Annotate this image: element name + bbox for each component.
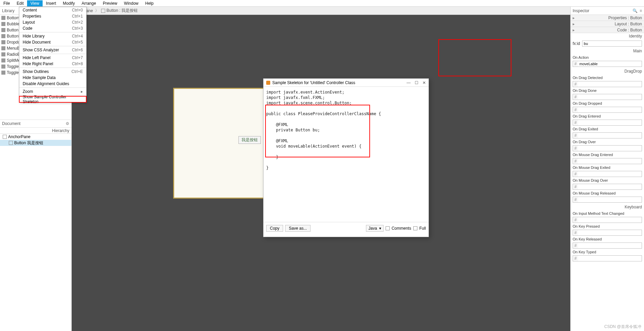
menu-item-hide-sample-data[interactable]: Hide Sample Data — [19, 75, 86, 81]
language-select[interactable]: Java▾ — [366, 225, 383, 232]
control-icon — [1, 71, 5, 75]
control-icon — [1, 65, 5, 69]
event-input[interactable] — [578, 145, 642, 151]
copy-button[interactable]: Copy — [266, 225, 283, 232]
hash-icon: # — [573, 255, 578, 261]
view-menu-dropdown[interactable]: ContentCtrl+0PropertiesCtrl+1LayoutCtrl+… — [19, 7, 87, 103]
dialog-title: Sample Skeleton for 'Untitled' Controlle… — [272, 80, 355, 85]
skeleton-code[interactable]: import javafx.event.ActionEvent; import … — [263, 87, 429, 222]
menu-view[interactable]: View — [27, 0, 43, 6]
menu-help[interactable]: Help — [142, 0, 157, 6]
event-input[interactable] — [578, 171, 642, 177]
document-gear-icon[interactable]: ⚙ — [66, 121, 69, 126]
save-as-button[interactable]: Save as... — [285, 225, 310, 232]
menu-item-content[interactable]: ContentCtrl+0 — [19, 7, 86, 13]
minimize-icon[interactable]: — — [407, 80, 411, 85]
control-icon — [1, 16, 5, 20]
fxid-input[interactable] — [582, 41, 642, 47]
chevron-right-icon: ▸ — [573, 16, 575, 20]
menu-item-show-outlines[interactable]: Show OutlinesCtrl+E — [19, 69, 86, 75]
hash-icon: # — [573, 81, 578, 87]
on-action-input[interactable] — [578, 61, 642, 67]
inspector-menu-icon[interactable]: ≡ — [640, 8, 642, 13]
control-icon — [1, 40, 5, 44]
inspector-search-icon[interactable]: 🔍 — [632, 8, 638, 13]
menu-edit[interactable]: Edit — [13, 0, 27, 6]
menu-item-show-sample-controller-skeleton[interactable]: Show Sample Controller Skeleton — [19, 96, 86, 102]
dialog-titlebar[interactable]: Sample Skeleton for 'Untitled' Controlle… — [263, 79, 429, 87]
close-icon[interactable]: ✕ — [422, 80, 426, 85]
menu-preview[interactable]: Preview — [99, 0, 121, 6]
event-label: On Drag Detected — [573, 76, 642, 80]
tree-item[interactable]: AnchorPane — [0, 134, 71, 140]
menu-item-code[interactable]: CodeCtrl+3 — [19, 25, 86, 31]
comments-checkbox[interactable] — [386, 226, 390, 230]
fxid-label: fx:id — [573, 41, 580, 46]
menu-modify[interactable]: Modify — [60, 0, 78, 6]
menu-item-layout[interactable]: LayoutCtrl+2 — [19, 19, 86, 25]
breadcrumb-child[interactable]: Button : 我是按钮 — [101, 8, 138, 14]
inspector-section[interactable]: ▸Properties : Button — [571, 15, 644, 21]
hash-icon: # — [573, 107, 578, 113]
document-header: Document ⚙ — [0, 120, 71, 128]
event-input[interactable] — [578, 230, 642, 236]
event-label: On Input Method Text Changed — [573, 211, 642, 215]
node-icon — [9, 141, 13, 145]
hash-icon: # — [573, 217, 578, 223]
menu-arrange[interactable]: Arrange — [78, 0, 99, 6]
menu-file[interactable]: File — [0, 0, 13, 6]
menu-insert[interactable]: Insert — [43, 0, 60, 6]
on-action-label: On Action — [573, 55, 642, 59]
chevron-down-icon: ▾ — [379, 226, 381, 231]
menu-window[interactable]: Window — [121, 0, 142, 6]
event-input[interactable] — [578, 184, 642, 190]
document-title: Document — [2, 121, 21, 126]
hash-icon: # — [573, 230, 578, 236]
menu-item-disable-alignment-guides[interactable]: Disable Alignment Guides — [19, 81, 86, 87]
menu-item-hide-library[interactable]: Hide LibraryCtrl+4 — [19, 33, 86, 39]
keyboard-category: Keyboard — [571, 204, 644, 210]
menu-item-hide-document[interactable]: Hide DocumentCtrl+5 — [19, 39, 86, 45]
event-input[interactable] — [578, 120, 642, 126]
menu-item-hide-right-panel[interactable]: Hide Right PanelCtrl+8 — [19, 61, 86, 67]
inspector-section[interactable]: ▸Code : Button — [571, 27, 644, 33]
full-checkbox[interactable] — [413, 226, 417, 230]
control-icon — [1, 52, 5, 56]
event-input[interactable] — [578, 94, 642, 100]
maximize-icon[interactable]: ☐ — [415, 80, 418, 85]
inspector-section[interactable]: ▸Layout : Button — [571, 21, 644, 27]
preview-button[interactable]: 我是按钮 — [238, 136, 261, 144]
event-input[interactable] — [578, 158, 642, 164]
menu-item-zoom[interactable]: Zoom▸ — [19, 88, 86, 95]
event-label: On Drag Exited — [573, 127, 642, 131]
event-input[interactable] — [578, 255, 642, 261]
event-input[interactable] — [578, 81, 642, 87]
event-label: On Mouse Drag Entered — [573, 153, 642, 157]
comments-label: Comments — [392, 226, 411, 231]
main-category: Main — [571, 48, 644, 54]
event-label: On Key Typed — [573, 250, 642, 254]
menu-item-show-css-analyzer[interactable]: Show CSS AnalyzerCtrl+6 — [19, 47, 86, 53]
event-input[interactable] — [578, 243, 642, 249]
on-action-input-wrap: # — [573, 61, 642, 67]
event-label: On Key Pressed — [573, 224, 642, 228]
menu-item-hide-left-panel[interactable]: Hide Left PanelCtrl+7 — [19, 55, 86, 61]
menubar: FileEditViewInsertModifyArrangePreviewWi… — [0, 0, 644, 7]
library-title: Library — [2, 8, 15, 13]
event-input[interactable] — [578, 217, 642, 223]
hash-icon: # — [573, 94, 578, 100]
full-label: Full — [419, 226, 426, 231]
event-input[interactable] — [578, 197, 642, 203]
skeleton-dialog: Sample Skeleton for 'Untitled' Controlle… — [263, 78, 429, 237]
anchor-pane-preview[interactable]: 我是按钮 — [173, 88, 265, 199]
control-icon — [1, 58, 5, 62]
hierarchy-subhead: Hierarchy — [0, 128, 71, 134]
identity-category: Identity — [571, 33, 644, 39]
tree-item[interactable]: Button 我是按钮 — [0, 140, 71, 146]
event-input[interactable] — [578, 132, 642, 138]
menu-item-properties[interactable]: PropertiesCtrl+1 — [19, 13, 86, 19]
hierarchy-tree: AnchorPaneButton 我是按钮 — [0, 134, 71, 146]
hash-icon: # — [573, 197, 578, 203]
event-input[interactable] — [578, 107, 642, 113]
dialog-footer: Copy Save as... Java▾ Comments Full — [263, 222, 429, 234]
